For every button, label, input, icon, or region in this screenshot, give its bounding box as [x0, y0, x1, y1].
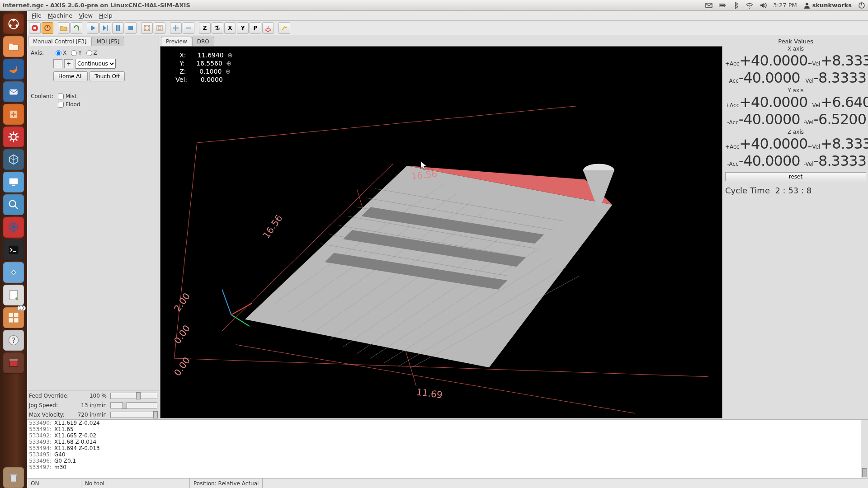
user-menu[interactable]: skunkworks — [803, 2, 852, 9]
view-z-button[interactable]: Z — [199, 22, 211, 34]
axis-x-radio[interactable]: X — [56, 50, 66, 56]
view-y-button[interactable]: Y — [237, 22, 249, 34]
svg-point-22 — [12, 271, 15, 274]
bluetooth-icon[interactable] — [732, 2, 740, 9]
svg-rect-32 — [10, 474, 17, 475]
peak-title: Peak Values — [725, 38, 866, 45]
open-file-button[interactable] — [58, 22, 70, 34]
terminal-icon[interactable] — [3, 239, 24, 260]
search-icon[interactable] — [3, 194, 24, 215]
gcode-line[interactable]: 533491: X11.65 — [27, 426, 868, 432]
mist-checkbox[interactable]: Mist — [58, 93, 77, 99]
axis-y-radio[interactable]: Y — [71, 50, 81, 56]
reset-button[interactable]: reset — [725, 172, 866, 181]
zoom-in-button[interactable] — [141, 22, 153, 34]
tab-mdi[interactable]: MDI [F5] — [92, 37, 125, 46]
view-minus-button[interactable] — [183, 22, 194, 34]
zoom-out-button[interactable] — [154, 22, 165, 34]
system-tray: 3:27 PM skunkworks — [705, 2, 865, 9]
status-tool: No tool — [81, 479, 190, 488]
window-title: internet.ngc - AXIS 2.6.0-pre on LinuxCN… — [3, 2, 190, 9]
max-velocity-slider[interactable]: Max Velocity: 720 in/min — [27, 410, 159, 419]
jog-minus-button[interactable]: - — [53, 59, 62, 68]
tab-preview[interactable]: Preview — [161, 37, 192, 46]
svg-rect-38 — [118, 25, 120, 31]
jog-plus-button[interactable]: + — [64, 59, 73, 68]
jog-speed-slider[interactable]: Jog Speed: 13 in/min — [27, 400, 159, 410]
axis-app: File Machine View Help Z Z X Y P — [27, 11, 868, 488]
virtualbox-icon[interactable] — [3, 149, 24, 170]
svg-rect-3 — [720, 5, 724, 6]
jog-mode-select[interactable]: Continuous — [75, 59, 116, 69]
help-icon[interactable]: ? — [3, 330, 24, 351]
svg-text:X: X — [228, 25, 232, 31]
svg-rect-19 — [9, 246, 19, 254]
workspaces-icon[interactable]: 13 — [3, 307, 24, 328]
gcode-line[interactable]: 533496: G0 Z0.1 — [27, 458, 868, 464]
dash-icon[interactable] — [3, 14, 24, 34]
run-button[interactable] — [87, 22, 99, 34]
axis-z-radio[interactable]: Z — [86, 50, 97, 56]
peak-values-panel: Peak Values X axis +Acc+40.0000+Vel+8.33… — [723, 35, 868, 419]
gcode-line[interactable]: 533494: X11.694 Z-0.013 — [27, 445, 868, 451]
chromium-icon[interactable] — [3, 262, 24, 283]
menu-view[interactable]: View — [76, 11, 95, 20]
tab-manual[interactable]: Manual Control [F3] — [28, 37, 92, 46]
view-p-button[interactable]: P — [250, 22, 261, 34]
svg-text:0.00: 0.00 — [172, 323, 192, 346]
mail-icon[interactable] — [705, 2, 712, 9]
clear-plot-button[interactable] — [278, 22, 290, 34]
thunderbird-icon[interactable] — [3, 81, 24, 102]
svg-rect-2 — [725, 5, 726, 6]
svg-text:Z: Z — [203, 25, 207, 31]
gcode-line[interactable]: 533493: X11.68 Z-0.014 — [27, 439, 868, 445]
svg-text:?: ? — [12, 336, 16, 345]
power-button[interactable] — [42, 22, 53, 34]
view-rotated-button[interactable]: Z — [212, 22, 223, 34]
remote-desktop-icon[interactable] — [3, 172, 24, 192]
clock[interactable]: 3:27 PM — [773, 2, 797, 9]
menu-file[interactable]: File — [29, 11, 44, 20]
svg-point-18 — [11, 225, 15, 229]
pause-button[interactable] — [112, 22, 124, 34]
feed-override-slider[interactable]: Feed Override: 100 % — [27, 391, 159, 400]
home-all-button[interactable]: Home All — [53, 71, 88, 81]
view-iso-button[interactable] — [262, 22, 274, 34]
touch-off-button[interactable]: Touch Off — [90, 71, 125, 81]
stop-button[interactable] — [125, 22, 137, 34]
settings-icon[interactable] — [3, 127, 24, 147]
view-x-button[interactable]: X — [224, 22, 236, 34]
firefox-icon[interactable] — [3, 59, 24, 80]
app-window-icon[interactable] — [3, 352, 24, 373]
gcode-line[interactable]: 533497: m30 — [27, 464, 868, 470]
svg-rect-16 — [12, 185, 15, 186]
reload-button[interactable] — [71, 22, 82, 34]
text-editor-icon[interactable] — [3, 285, 24, 305]
wifi-icon[interactable] — [746, 2, 753, 9]
power-icon[interactable] — [858, 2, 865, 9]
gear-icon[interactable] — [3, 217, 24, 238]
gcode-scrollbar[interactable] — [861, 420, 868, 478]
gcode-line[interactable]: 533495: G40 — [27, 451, 868, 458]
svg-text:2.00: 2.00 — [172, 291, 192, 314]
trash-icon[interactable] — [3, 467, 24, 488]
gcode-line[interactable]: 533492: X11.665 Z-0.02 — [27, 432, 868, 439]
files-icon[interactable] — [3, 36, 24, 57]
step-button[interactable] — [99, 22, 111, 34]
3d-viewport[interactable]: X: 11.6940 ⊕ Y: 16.5560 ⊕ Z: 0.1000 ⊕ Ve… — [160, 46, 722, 418]
battery-icon[interactable] — [719, 2, 726, 9]
menu-machine[interactable]: Machine — [45, 11, 75, 20]
svg-point-5 — [806, 3, 808, 5]
volume-icon[interactable] — [760, 2, 767, 9]
gcode-listing[interactable]: 533490: X11.619 Z-0.024533491: X11.65533… — [27, 419, 868, 478]
view-plus-button[interactable] — [170, 22, 182, 34]
estop-button[interactable] — [29, 22, 41, 34]
flood-checkbox[interactable]: Flood — [58, 101, 80, 108]
svg-line-56 — [231, 303, 252, 314]
center-area: Preview DRO X: 11.6940 ⊕ Y: 16.5560 ⊕ Z:… — [159, 35, 723, 419]
tab-dro[interactable]: DRO — [192, 37, 214, 46]
menu-help[interactable]: Help — [96, 11, 115, 20]
svg-line-48 — [197, 106, 576, 143]
ubuntu-sw-icon[interactable] — [3, 104, 24, 125]
gcode-line[interactable]: 533490: X11.619 Z-0.024 — [27, 420, 868, 426]
